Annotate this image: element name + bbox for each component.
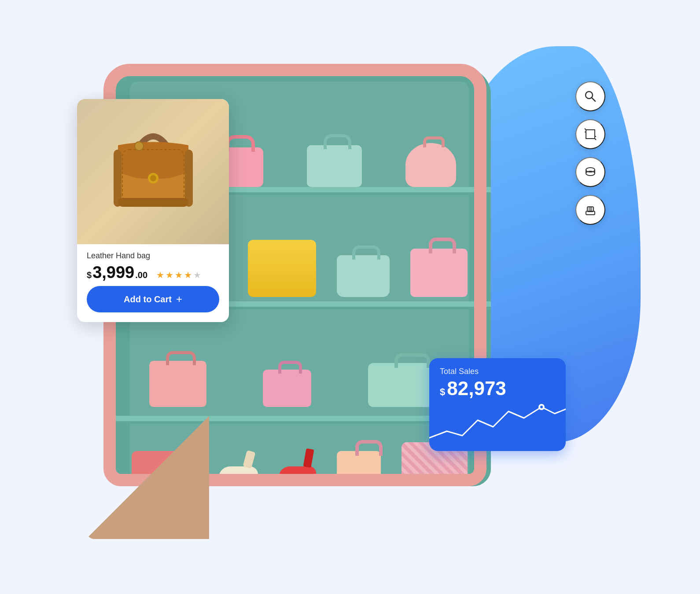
svg-line-11 xyxy=(592,98,595,101)
sales-label: Total Sales xyxy=(440,367,555,376)
pink-small-bag-2 xyxy=(263,370,311,407)
price-symbol: $ xyxy=(87,270,92,280)
sales-amount-row: $ 82,973 xyxy=(440,379,555,398)
star-4: ★ xyxy=(184,270,192,280)
teal-handbag xyxy=(337,255,390,297)
layers-tool-button[interactable] xyxy=(575,157,605,187)
svg-rect-4 xyxy=(114,150,122,207)
gold-bag xyxy=(337,451,381,486)
product-card: Leather Hand bag $ 3,999 .00 ★ ★ ★ ★ ★ A… xyxy=(77,99,229,322)
star-5: ★ xyxy=(193,270,201,280)
price-cents: .00 xyxy=(135,270,147,280)
brush-icon xyxy=(584,203,597,216)
scene-container: Leather Hand bag $ 3,999 .00 ★ ★ ★ ★ ★ A… xyxy=(86,55,614,539)
price-main: 3,999 xyxy=(92,264,134,281)
svg-rect-12 xyxy=(586,130,595,139)
svg-rect-5 xyxy=(185,150,193,207)
svg-rect-6 xyxy=(118,198,188,207)
star-3: ★ xyxy=(175,270,183,280)
teal-square-bag xyxy=(307,145,362,187)
sales-amount: 82,973 xyxy=(447,379,506,398)
product-image-area xyxy=(77,99,229,244)
add-to-cart-button[interactable]: Add to Cart + xyxy=(87,286,219,312)
svg-line-13 xyxy=(585,128,586,130)
add-to-cart-plus-icon: + xyxy=(176,293,182,305)
star-rating: ★ ★ ★ ★ ★ xyxy=(156,270,201,280)
search-tool-button[interactable] xyxy=(575,81,605,111)
pink-boxy-bag xyxy=(149,361,206,407)
cream-shoe xyxy=(218,466,258,486)
red-shoe xyxy=(279,466,316,486)
pink-dome-bag xyxy=(405,143,456,187)
crop-tool-button[interactable] xyxy=(575,119,605,149)
sales-chart xyxy=(429,398,566,451)
price-row: $ 3,999 .00 ★ ★ ★ ★ ★ xyxy=(87,264,219,281)
star-2: ★ xyxy=(166,270,173,280)
svg-point-9 xyxy=(540,406,543,408)
pink-structured-bag xyxy=(410,249,468,297)
leather-bag-image xyxy=(100,114,206,229)
svg-point-2 xyxy=(150,175,156,181)
product-name: Leather Hand bag xyxy=(87,251,219,260)
svg-line-14 xyxy=(595,139,596,140)
svg-point-7 xyxy=(135,142,144,150)
corner-triangle xyxy=(86,416,209,539)
sales-currency: $ xyxy=(440,386,445,398)
layers-icon xyxy=(584,165,597,179)
star-1: ★ xyxy=(156,270,164,280)
brush-tool-button[interactable] xyxy=(575,195,605,225)
add-to-cart-label: Add to Cart xyxy=(124,294,172,304)
search-icon xyxy=(584,90,597,103)
product-info: Leather Hand bag $ 3,999 .00 ★ ★ ★ ★ ★ xyxy=(77,244,229,281)
crop-icon xyxy=(584,128,597,141)
toolbar xyxy=(575,81,605,225)
sales-card: Total Sales $ 82,973 xyxy=(429,358,566,451)
yellow-pleat-bag xyxy=(248,240,316,297)
